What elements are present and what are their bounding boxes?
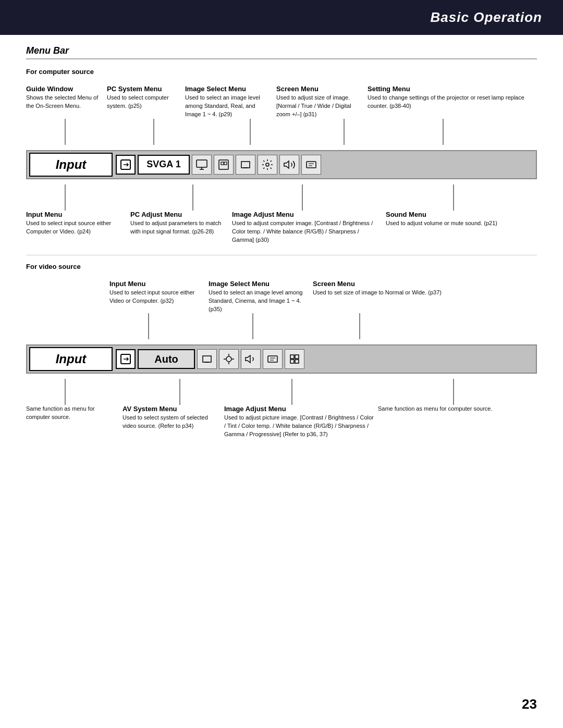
- vs-same-function-right-annotation: Same function as menu for computer sourc…: [378, 405, 537, 439]
- svg-rect-8: [221, 162, 224, 165]
- section-title: Menu Bar: [26, 45, 537, 59]
- vs-image-select-body: Used to select an image level among Stan…: [209, 289, 309, 314]
- cs-bottom-connectors: [26, 184, 537, 211]
- vs-image-select-label: Image Select Menu: [209, 280, 309, 288]
- cs-input-box: Input: [29, 153, 113, 177]
- svg-rect-6: [197, 160, 207, 167]
- vs-image-select-annotation: Image Select Menu Used to select an imag…: [209, 280, 313, 314]
- svg-rect-11: [307, 162, 316, 168]
- vs-input-menu-body: Used to select input source either Video…: [109, 289, 204, 305]
- cs-menu-bar: Input SVGA 1: [26, 150, 537, 179]
- guide-window-label: Guide Window: [26, 85, 103, 93]
- guide-window-body: Shows the selected Menu of the On-Screen…: [26, 94, 103, 110]
- vs-av-system-body: Used to select system of selected video …: [123, 414, 220, 430]
- setting-menu-label: Setting Menu: [368, 85, 537, 93]
- vs-input-box: Input: [29, 347, 113, 371]
- vs-icon-image-adjust[interactable]: [219, 349, 239, 369]
- cs-input-menu-annotation: Input Menu Used to select input source e…: [26, 211, 130, 244]
- video-source-subtitle: For video source: [26, 263, 537, 270]
- cs-icon-extra[interactable]: [301, 155, 321, 175]
- page-header: Basic Operation: [0, 0, 563, 35]
- cs-menu-icons: SVGA 1: [116, 155, 534, 175]
- pc-system-menu-body: Used to select computer system. (p25): [107, 94, 181, 110]
- image-select-menu-body: Used to select an image level among Stan…: [185, 94, 272, 119]
- cs-sound-menu-body: Used to adjust volume or mute sound. (p2…: [386, 219, 537, 228]
- pc-system-menu-label: PC System Menu: [107, 85, 181, 93]
- vs-screen-menu-label: Screen Menu: [313, 280, 537, 288]
- vs-auto-box: Auto: [138, 349, 195, 369]
- vs-bottom-connectors: [26, 379, 537, 405]
- vs-top-connectors: [26, 313, 537, 339]
- screen-menu-annotation: Screen Menu Used to adjust size of image…: [276, 85, 368, 119]
- computer-source-subtitle: For computer source: [26, 68, 537, 76]
- vs-image-adjust-annotation: Image Adjust Menu Used to adjust picture…: [224, 405, 378, 439]
- cs-bottom-connector-svg: [26, 184, 537, 211]
- header-title: Basic Operation: [431, 9, 542, 25]
- guide-window-annotation: Guide Window Shows the selected Menu of …: [26, 85, 107, 119]
- cs-sound-menu-label: Sound Menu: [386, 211, 537, 218]
- cs-top-connector-svg: [26, 119, 537, 145]
- setting-menu-body: Used to change settings of the projector…: [368, 94, 537, 110]
- cs-input-menu-body: Used to select input source either Compu…: [26, 219, 126, 236]
- image-select-menu-annotation: Image Select Menu Used to select an imag…: [185, 85, 276, 119]
- vs-same-function-right-body: Same function as menu for computer sourc…: [378, 405, 537, 413]
- cs-icon-sound[interactable]: [279, 155, 299, 175]
- vs-top-connector-svg: [26, 313, 537, 339]
- cs-svga-label: SVGA 1: [146, 159, 180, 170]
- pc-system-menu-annotation: PC System Menu Used to select computer s…: [107, 85, 185, 119]
- vs-input-menu-label: Input Menu: [109, 280, 204, 288]
- vs-menu-bar: Input Auto: [26, 344, 537, 374]
- vs-input-label: Input: [56, 352, 87, 366]
- vs-top-annotations: Input Menu Used to select input source e…: [26, 280, 537, 314]
- page-number: 23: [522, 696, 537, 712]
- cs-input-label: Input: [56, 157, 87, 172]
- vs-image-adjust-label: Image Adjust Menu: [224, 405, 374, 413]
- cs-pc-adjust-annotation: PC Adjust Menu Used to adjust parameters…: [130, 211, 232, 244]
- svg-rect-23: [295, 355, 299, 359]
- cs-pc-adjust-body: Used to adjust parameters to match with …: [130, 219, 228, 236]
- vs-icon-input[interactable]: [116, 349, 136, 369]
- vs-bottom-connector-svg: [26, 379, 537, 405]
- vs-icon-extra1[interactable]: [263, 349, 283, 369]
- vs-icon-sound[interactable]: [241, 349, 261, 369]
- image-select-menu-label: Image Select Menu: [185, 85, 272, 93]
- cs-sound-menu-annotation: Sound Menu Used to adjust volume or mute…: [386, 211, 537, 244]
- cs-image-adjust-label: Image Adjust Menu: [232, 211, 382, 218]
- svg-point-20: [226, 356, 231, 362]
- svg-rect-25: [295, 360, 299, 363]
- vs-av-system-label: AV System Menu: [123, 405, 220, 413]
- svg-rect-24: [290, 360, 294, 363]
- vs-screen-menu-body: Used to set size of image to Normal or W…: [313, 289, 537, 297]
- cs-icon-setting[interactable]: [258, 155, 277, 175]
- vs-same-function-left-body: Same function as menu for computer sourc…: [26, 405, 118, 422]
- vs-bottom-annotations: Same function as menu for computer sourc…: [26, 405, 537, 439]
- screen-menu-label: Screen Menu: [276, 85, 363, 93]
- vs-image-adjust-body: Used to adjust picture image. [Contrast …: [224, 414, 374, 439]
- cs-input-menu-label: Input Menu: [26, 211, 126, 218]
- setting-menu-annotation: Setting Menu Used to change settings of …: [368, 85, 537, 119]
- cs-pc-adjust-label: PC Adjust Menu: [130, 211, 228, 218]
- vs-screen-menu-annotation: Screen Menu Used to set size of image to…: [313, 280, 537, 314]
- vs-input-menu-annotation: Input Menu Used to select input source e…: [109, 280, 209, 314]
- vs-same-function-left-annotation: Same function as menu for computer sourc…: [26, 405, 123, 439]
- section-divider: [26, 255, 537, 255]
- svg-rect-22: [290, 355, 294, 359]
- vs-icon-extra2[interactable]: [285, 349, 304, 369]
- vs-menu-icons: Auto: [116, 349, 534, 369]
- svg-point-10: [266, 163, 269, 166]
- cs-icon-image-select[interactable]: [214, 155, 234, 175]
- svg-rect-21: [268, 356, 277, 362]
- cs-icon-pc-system[interactable]: [192, 155, 212, 175]
- vs-av-system-annotation: AV System Menu Used to select system of …: [123, 405, 224, 439]
- cs-image-adjust-annotation: Image Adjust Menu Used to adjust compute…: [232, 211, 386, 244]
- cs-svga-box: SVGA 1: [138, 155, 190, 175]
- vs-icon-screen[interactable]: [197, 349, 217, 369]
- screen-menu-body: Used to adjust size of image. [Normal / …: [276, 94, 363, 119]
- svg-rect-9: [224, 162, 227, 165]
- cs-bottom-annotations: Input Menu Used to select input source e…: [26, 211, 537, 244]
- cs-icon-input[interactable]: [116, 155, 136, 175]
- vs-auto-label: Auto: [154, 353, 178, 365]
- computer-source-diagram: Guide Window Shows the selected Menu of …: [26, 85, 537, 244]
- cs-top-connectors: [26, 119, 537, 145]
- cs-icon-screen[interactable]: [236, 155, 255, 175]
